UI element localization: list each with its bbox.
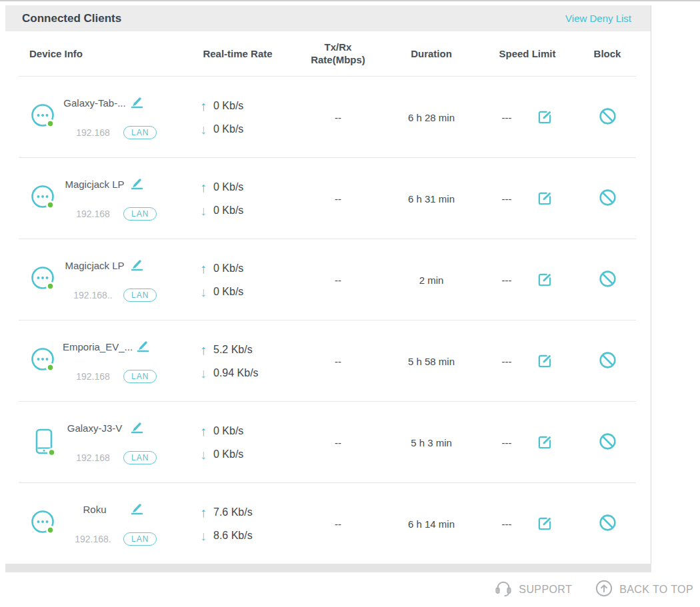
download-arrow-icon: ↓ (200, 286, 207, 298)
circle-up-arrow-icon (595, 579, 613, 600)
block-button[interactable] (598, 432, 617, 451)
block-icon (598, 117, 617, 128)
edit-speed-limit-button[interactable] (536, 434, 553, 451)
pencil-icon (131, 262, 145, 273)
lan-badge: LAN (123, 289, 157, 302)
block-button[interactable] (598, 269, 617, 289)
edit-speed-limit-button[interactable] (536, 109, 553, 126)
block-icon (598, 523, 617, 534)
edit-device-name-button[interactable] (131, 178, 145, 190)
edit-speed-limit-button[interactable] (536, 515, 553, 532)
block-cell (581, 350, 633, 372)
duration-cell: 6 h 31 min (389, 193, 473, 205)
device-ip: 192.168 (63, 209, 123, 219)
pencil-icon (131, 424, 145, 436)
column-header-block: Block (581, 48, 633, 61)
device-info-cell: Emporia_EV_... 192.168 LAN (5, 339, 189, 383)
edit-square-icon (536, 279, 553, 291)
page-title: Connected Clients (22, 12, 121, 25)
edit-device-name-button[interactable] (131, 422, 145, 434)
table-header-row: Device Info Real-time Rate Tx/Rx Rate(Mb… (5, 31, 651, 77)
table-row: Galaxy-J3-V 192.168 LAN (5, 402, 651, 483)
edit-square-icon (536, 442, 553, 453)
block-button[interactable] (598, 350, 617, 370)
column-header-duration: Duration (389, 48, 473, 61)
download-arrow-icon: ↓ (200, 205, 207, 217)
block-button[interactable] (598, 188, 617, 207)
download-arrow-icon: ↓ (200, 530, 207, 542)
edit-speed-limit-button[interactable] (536, 352, 553, 370)
duration-cell: 5 h 3 min (389, 437, 473, 448)
upload-arrow-icon: ↑ (200, 181, 207, 193)
edit-square-icon (536, 523, 553, 534)
duration-cell: 6 h 14 min (389, 518, 473, 530)
upload-arrow-icon: ↑ (200, 344, 207, 356)
circle-dots-device-icon (29, 366, 59, 378)
table-row: Magicjack LP 192.168.. LAN (5, 239, 651, 320)
circle-dots-device-icon (29, 529, 59, 540)
column-header-txrx-rate: Tx/Rx Rate(Mbps) (287, 41, 389, 67)
pencil-icon (131, 99, 145, 111)
upload-rate: 7.6 Kb/s (213, 506, 253, 518)
circle-dots-device-icon (29, 285, 59, 297)
edit-device-name-button[interactable] (131, 503, 145, 515)
page-footer: SUPPORT BACK TO TOP (0, 572, 700, 607)
device-name: Magicjack LP (63, 260, 127, 271)
edit-device-name-button[interactable] (137, 340, 151, 352)
support-button[interactable]: SUPPORT (494, 579, 572, 600)
headset-icon (494, 579, 513, 600)
speed-limit-cell: --- (473, 352, 581, 370)
back-to-top-button[interactable]: BACK TO TOP (595, 579, 693, 600)
txrx-rate-cell: -- (287, 518, 389, 530)
block-button[interactable] (598, 513, 617, 532)
speed-limit-cell: --- (473, 434, 581, 451)
block-icon (598, 279, 617, 291)
speed-limit-cell: --- (473, 190, 581, 207)
edit-speed-limit-button[interactable] (536, 190, 553, 207)
column-header-device-info: Device Info (5, 48, 189, 61)
download-rate: 8.6 Kb/s (213, 530, 253, 542)
edit-speed-limit-button[interactable] (536, 271, 553, 289)
lan-badge: LAN (123, 451, 157, 464)
download-rate: 0 Kb/s (213, 205, 243, 217)
connected-clients-panel: Connected Clients View Deny List Device … (5, 5, 651, 564)
column-header-realtime-rate: Real-time Rate (189, 48, 287, 61)
block-button[interactable] (598, 107, 617, 126)
realtime-rate-cell: ↑ 0 Kb/s ↓ 0 Kb/s (189, 100, 287, 135)
upload-rate: 0 Kb/s (213, 425, 243, 437)
lan-badge: LAN (123, 532, 157, 546)
view-deny-list-link[interactable]: View Deny List (565, 13, 631, 24)
download-rate: 0.94 Kb/s (213, 367, 259, 379)
device-ip: 192.168 (63, 127, 123, 138)
device-info-cell: Galaxy-Tab-... 192.168 LAN (5, 95, 189, 139)
realtime-rate-cell: ↑ 0 Kb/s ↓ 0 Kb/s (189, 425, 287, 460)
device-name: Magicjack LP (63, 179, 127, 190)
block-cell (581, 188, 633, 209)
upload-rate: 0 Kb/s (213, 100, 243, 112)
table-row: Magicjack LP 192.168 LAN (5, 158, 651, 239)
duration-cell: 6 h 28 min (389, 112, 473, 123)
panel-header: Connected Clients View Deny List (5, 5, 651, 31)
block-cell (581, 513, 633, 534)
block-icon (598, 360, 617, 372)
speed-limit-value: --- (502, 437, 512, 448)
device-ip: 192.168 (63, 452, 123, 463)
edit-device-name-button[interactable] (131, 259, 145, 271)
upload-rate: 0 Kb/s (213, 181, 243, 193)
device-name: Galaxy-J3-V (63, 422, 127, 434)
edit-square-icon (536, 360, 553, 372)
upload-arrow-icon: ↑ (200, 425, 207, 437)
device-ip: 192.168. (63, 534, 123, 544)
speed-limit-cell: --- (473, 515, 581, 532)
upload-rate: 0 Kb/s (213, 263, 243, 275)
device-info-cell: Roku 192.168. LAN (5, 502, 189, 546)
txrx-rate-cell: -- (287, 193, 389, 205)
txrx-header-line1: Tx/Rx (325, 41, 352, 53)
device-ip: 192.168 (63, 371, 123, 382)
device-name: Emporia_EV_... (63, 341, 133, 352)
speed-limit-value: --- (502, 356, 512, 367)
edit-square-icon (536, 198, 553, 209)
edit-device-name-button[interactable] (131, 97, 145, 109)
lan-badge: LAN (123, 370, 157, 383)
circle-dots-device-icon (29, 204, 59, 215)
